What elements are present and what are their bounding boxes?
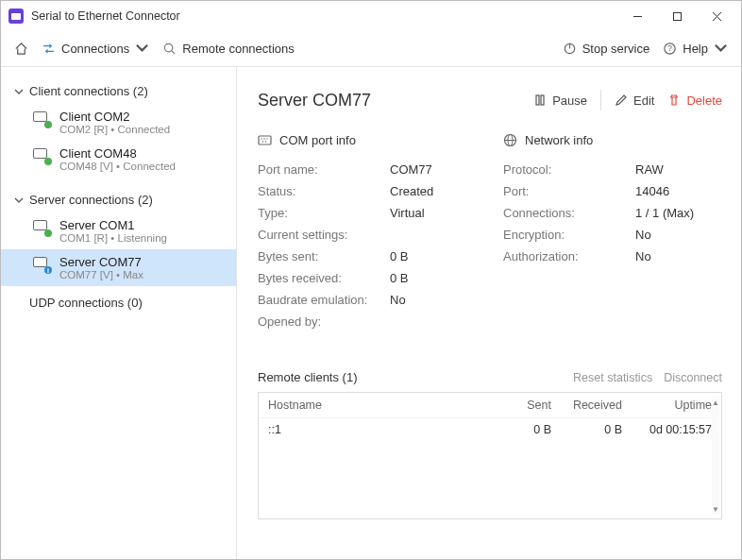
svg-rect-11: [541, 95, 544, 105]
network-info: Network info Protocol:RAWPort:14046Conne…: [503, 133, 722, 332]
connections-dropdown[interactable]: Connections: [42, 42, 149, 56]
info-label: Port:: [503, 184, 635, 198]
main-panel: Server COM77 Pause Edit Delete: [237, 67, 741, 559]
connection-icon: i: [33, 257, 50, 272]
page-title: Server COM77: [258, 91, 371, 110]
info-value: 0 B: [390, 271, 409, 285]
home-icon: [14, 42, 28, 56]
close-button[interactable]: [698, 3, 735, 29]
svg-point-17: [265, 141, 266, 142]
info-row: Opened by:: [258, 311, 477, 332]
info-label: Bytes received:: [258, 271, 390, 285]
sidebar-item-client[interactable]: Client COM2 COM2 [R] • Connected: [1, 104, 236, 141]
info-row: Authorization:No: [503, 246, 722, 267]
info-row: Bytes sent:0 B: [258, 246, 477, 267]
svg-rect-12: [259, 136, 271, 144]
pencil-icon: [615, 93, 628, 107]
col-hostname[interactable]: Hostname: [268, 399, 481, 412]
svg-text:?: ?: [667, 43, 672, 53]
remote-clients-table: Hostname Sent Received Uptime ::1 0 B 0 …: [258, 392, 722, 519]
info-label: Status:: [258, 184, 390, 198]
pause-label: Pause: [552, 93, 587, 108]
svg-line-5: [172, 51, 175, 54]
net-section-title: Network info: [525, 133, 593, 147]
svg-point-16: [262, 141, 263, 142]
info-label: Baudrate emulation:: [258, 293, 390, 307]
sidebar-item-client[interactable]: Client COM48 COM48 [V] • Connected: [1, 141, 236, 178]
scroll-up-icon: ▲: [712, 397, 719, 408]
info-label: Encryption:: [503, 228, 635, 242]
col-received[interactable]: Received: [551, 399, 622, 412]
client-group-label: Client connections (2): [29, 84, 148, 98]
home-button[interactable]: [14, 42, 28, 56]
help-dropdown[interactable]: ? Help: [663, 42, 728, 56]
power-icon: [563, 42, 577, 56]
connection-status: COM77 [V] • Max: [59, 269, 143, 280]
info-value: RAW: [635, 162, 664, 177]
connection-name: Client COM48: [59, 146, 176, 161]
col-uptime[interactable]: Uptime: [622, 399, 712, 412]
svg-point-13: [261, 138, 261, 139]
connection-status: COM1 [R] • Listenning: [59, 232, 167, 244]
cell-uptime: 0d 00:15:57: [622, 423, 712, 436]
chevron-down-icon: [14, 195, 24, 205]
connection-name: Server COM77: [59, 255, 143, 269]
chevron-down-icon: [135, 42, 149, 56]
pause-button[interactable]: Pause: [533, 93, 587, 108]
info-row: Protocol:RAW: [503, 159, 722, 180]
sidebar-item-server[interactable]: i Server COM77 COM77 [V] • Max: [1, 249, 236, 286]
client-connections-header[interactable]: Client connections (2): [1, 78, 236, 104]
info-label: Connections:: [503, 206, 635, 220]
info-label: Type:: [258, 206, 390, 220]
reset-statistics-link[interactable]: Reset statistics: [573, 371, 652, 384]
udp-connections-header[interactable]: UDP connections (0): [1, 286, 236, 315]
delete-button[interactable]: Delete: [667, 93, 722, 108]
info-row: Port name:COM77: [258, 159, 477, 180]
info-value: Virtual: [390, 206, 425, 220]
help-icon: ?: [663, 42, 677, 56]
svg-rect-10: [536, 95, 539, 105]
connection-status: COM2 [R] • Connected: [59, 124, 170, 135]
server-connections-header[interactable]: Server connections (2): [1, 187, 236, 212]
svg-point-15: [266, 138, 267, 139]
info-value: 1 / 1 (Max): [635, 206, 694, 220]
connection-icon: [33, 111, 50, 127]
minimize-button[interactable]: [618, 3, 656, 29]
edit-button[interactable]: Edit: [615, 93, 654, 108]
disconnect-link[interactable]: Disconnect: [664, 371, 722, 384]
info-row: Current settings:: [258, 224, 477, 246]
info-row: Type:Virtual: [258, 202, 477, 224]
com-section-title: COM port info: [279, 133, 356, 147]
info-value: 14046: [635, 184, 669, 198]
trash-icon: [667, 93, 681, 107]
table-row[interactable]: ::1 0 B 0 B 0d 00:15:57: [259, 418, 721, 441]
globe-icon: [503, 133, 517, 147]
scrollbar[interactable]: ▲ ▼: [712, 397, 719, 515]
svg-rect-1: [673, 12, 681, 20]
connection-name: Server COM1: [59, 218, 167, 232]
app-title: Serial to Ethernet Connector: [31, 9, 180, 23]
sidebar-item-server[interactable]: Server COM1 COM1 [R] • Listenning: [1, 212, 236, 249]
info-label: Protocol:: [503, 162, 635, 177]
search-icon: [162, 42, 177, 56]
port-icon: [258, 133, 272, 147]
info-row: Port:14046: [503, 180, 722, 202]
separator: [600, 90, 601, 110]
cell-hostname: ::1: [268, 423, 481, 436]
pause-icon: [533, 93, 547, 107]
info-row: Status:Created: [258, 180, 477, 202]
stop-service-button[interactable]: Stop service: [563, 42, 650, 56]
col-sent[interactable]: Sent: [481, 399, 551, 412]
info-label: Port name:: [258, 162, 390, 177]
maximize-button[interactable]: [658, 3, 696, 29]
connection-icon: [33, 220, 50, 235]
info-value: No: [635, 228, 651, 242]
remote-connections-button[interactable]: Remote connections: [162, 42, 295, 56]
info-row: Encryption:No: [503, 224, 722, 246]
svg-point-14: [263, 138, 264, 139]
remote-connections-label: Remote connections: [182, 42, 295, 56]
edit-label: Edit: [633, 93, 654, 108]
chevron-down-icon: [14, 87, 24, 96]
info-value: No: [635, 249, 651, 263]
cell-received: 0 B: [551, 423, 622, 436]
